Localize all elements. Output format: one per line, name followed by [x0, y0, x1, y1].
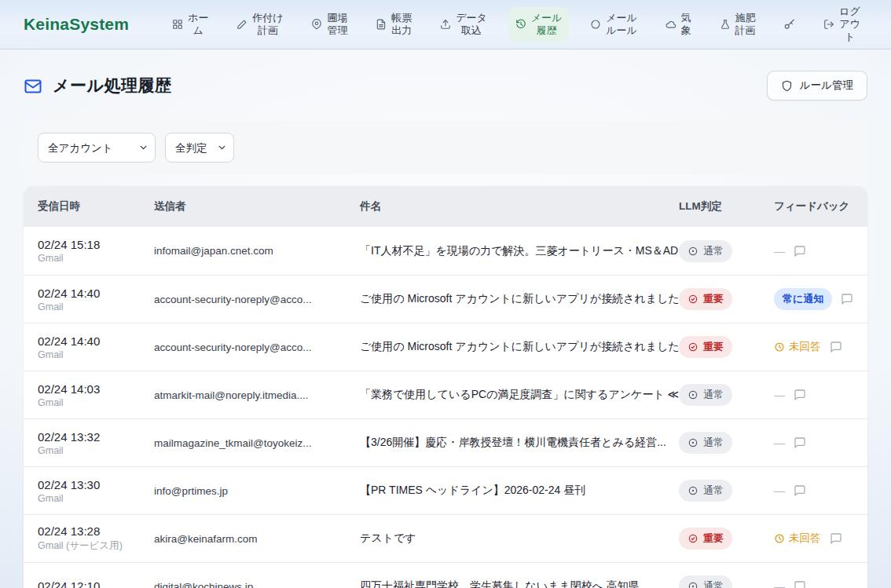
llm-judgment-cell: 重要	[679, 336, 774, 358]
comment-icon[interactable]	[794, 245, 806, 257]
table-row[interactable]: 02/24 12:10 digital@kochinews.jp 四万十福祉専門…	[24, 562, 867, 588]
filter-bar: 全アカウント 全判定	[24, 121, 867, 174]
column-header-received: 受信日時	[38, 199, 154, 214]
clock-icon	[774, 533, 785, 544]
table-row[interactable]: 02/24 14:40 Gmail account-security-norep…	[24, 323, 867, 371]
feedback-always-notify-badge: 常に通知	[774, 288, 832, 310]
nav-item-data-import[interactable]: データ 取込	[433, 7, 494, 42]
nav-label: データ 取込	[456, 12, 487, 38]
received-datetime-cell: 02/24 12:10	[38, 579, 154, 588]
feedback-cell: 常に通知	[774, 288, 867, 310]
feedback-cell: —	[774, 580, 867, 588]
nav-item-weather[interactable]: 気 象	[658, 7, 698, 42]
column-header-sender: 送信者	[154, 199, 360, 214]
column-header-feedback: フィードバック	[774, 199, 867, 214]
received-datetime: 02/24 13:32	[38, 430, 143, 444]
pencil-icon	[236, 19, 248, 30]
comment-icon[interactable]	[794, 580, 806, 588]
account-filter-select[interactable]: 全アカウント	[38, 133, 156, 163]
llm-judgment-cell: 重要	[679, 528, 774, 550]
nav-item-password[interactable]	[776, 14, 802, 35]
map-pin-icon	[311, 19, 322, 30]
feedback-pending: 未回答	[774, 531, 821, 546]
llm-judgment-badge: 通常	[679, 240, 732, 262]
subject: テストです	[360, 531, 679, 546]
table-body: 02/24 15:18 Gmail infomail@japan.cnet.co…	[24, 227, 867, 588]
nav-item-logout[interactable]: ログ アウ ト	[816, 1, 867, 49]
llm-judgment-cell: 通常	[679, 480, 774, 502]
column-header-subject: 件名	[360, 199, 679, 214]
table-row[interactable]: 02/24 14:03 Gmail atmarkit-mail@noreply.…	[24, 371, 867, 418]
circle-dot-icon	[688, 389, 698, 400]
nav-label: ホー ム	[188, 12, 208, 38]
received-datetime: 02/24 13:28	[38, 524, 143, 538]
comment-icon[interactable]	[830, 532, 842, 545]
feedback-cell: —	[774, 484, 867, 497]
feedback-none: —	[774, 580, 785, 588]
received-datetime-cell: 02/24 14:40 Gmail	[38, 334, 154, 360]
account-label: Gmail	[38, 253, 143, 264]
comment-icon[interactable]	[841, 293, 853, 305]
llm-judgment-cell: 重要	[679, 288, 774, 310]
received-datetime: 02/24 12:10	[38, 579, 143, 588]
llm-judgment-cell: 通常	[679, 240, 774, 262]
nav-label: 気 象	[681, 12, 691, 38]
feedback-cell: —	[774, 389, 867, 401]
feedback-none: —	[774, 245, 785, 257]
clock-icon	[774, 341, 785, 352]
sender: digital@kochinews.jp	[154, 581, 360, 588]
sender: info@prtimes.jp	[154, 485, 360, 497]
check-circle-icon	[688, 533, 698, 544]
received-datetime: 02/24 13:30	[38, 478, 143, 491]
nav-label: メール ルール	[606, 12, 637, 38]
circle-dot-icon	[688, 485, 698, 496]
nav-item-mail-history[interactable]: メール 履歴	[508, 7, 570, 42]
nav-item-report-output[interactable]: 帳票 出力	[368, 7, 419, 42]
table-row[interactable]: 02/24 14:40 Gmail account-security-norep…	[24, 275, 867, 323]
app-logo[interactable]: KeinaSystem	[24, 15, 129, 34]
account-label: Gmail	[38, 397, 143, 408]
account-label: Gmail	[38, 349, 143, 360]
feedback-pending: 未回答	[774, 340, 821, 354]
nav-label: 帳票 出力	[391, 12, 412, 38]
nav-item-fertilizer-plan[interactable]: 施肥 計画	[713, 7, 763, 42]
nav-label: 圃場 管理	[327, 12, 347, 38]
table-row[interactable]: 02/24 13:28 Gmail (サービス用) akira@keinafar…	[24, 514, 867, 562]
sender: akira@keinafarm.com	[154, 533, 360, 545]
comment-icon[interactable]	[794, 484, 806, 497]
nav-label: 施肥 計画	[735, 12, 756, 38]
comment-icon[interactable]	[830, 341, 842, 353]
llm-judgment-badge: 重要	[679, 336, 732, 358]
llm-judgment-badge: 通常	[679, 432, 732, 454]
subject: ご使用の Microsoft アカウントに新しいアプリが接続されました	[360, 340, 679, 354]
nav-label: 作付け 計画	[252, 12, 283, 38]
sender: account-security-noreply@acco...	[154, 341, 360, 353]
table-row[interactable]: 02/24 15:18 Gmail infomail@japan.cnet.co…	[24, 227, 867, 275]
account-label: Gmail	[38, 493, 143, 504]
llm-judgment-cell: 通常	[679, 432, 774, 454]
received-datetime-cell: 02/24 13:30 Gmail	[38, 478, 154, 504]
nav-item-mail-rules[interactable]: メール ルール	[583, 7, 644, 42]
mail-icon	[24, 77, 42, 96]
table-row[interactable]: 02/24 13:32 Gmail mailmagazine_tkmail@to…	[24, 418, 867, 466]
rule-management-button[interactable]: ルール管理	[767, 71, 867, 100]
judgment-filter-select[interactable]: 全判定	[165, 133, 234, 163]
subject: 「IT人材不足」を現場の力で解決。三菱オートリース・MS＆AD...	[360, 244, 679, 258]
feedback-cell: —	[774, 436, 867, 449]
nav-item-home[interactable]: ホー ム	[165, 7, 215, 42]
circle-dot-icon	[688, 581, 698, 588]
comment-icon[interactable]	[794, 389, 806, 401]
rule-management-label: ルール管理	[800, 79, 853, 93]
top-navigation-bar: KeinaSystem ホー ム 作付け 計画 圃場 管理 帳票 出力 データ …	[0, 0, 891, 49]
shield-icon	[781, 80, 793, 92]
nav-item-field-management[interactable]: 圃場 管理	[304, 7, 354, 42]
table-row[interactable]: 02/24 13:30 Gmail info@prtimes.jp 【PR TI…	[24, 466, 867, 514]
llm-judgment-badge: 重要	[679, 528, 732, 550]
comment-icon[interactable]	[794, 436, 806, 449]
received-datetime-cell: 02/24 13:28 Gmail (サービス用)	[38, 524, 154, 553]
sender: atmarkit-mail@noreply.itmedia....	[154, 389, 360, 401]
nav-item-planting-plan[interactable]: 作付け 計画	[229, 7, 290, 42]
grid-icon	[172, 19, 183, 30]
received-datetime-cell: 02/24 13:32 Gmail	[38, 430, 154, 456]
upload-icon	[440, 19, 451, 30]
